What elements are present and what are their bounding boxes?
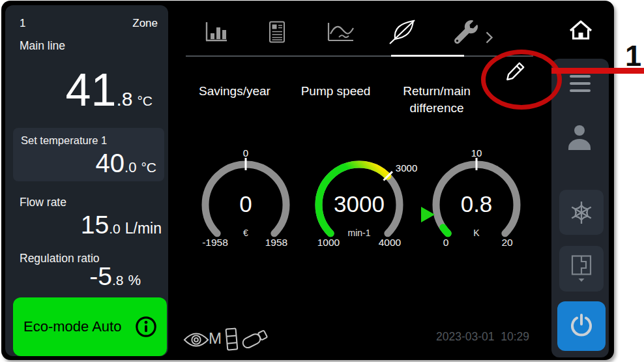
bar-chart-icon (204, 20, 229, 44)
zone-panel: 1 Zone Main line 41.8 °C Set temperature… (5, 5, 168, 356)
svg-text:3000: 3000 (396, 162, 417, 173)
main-line-value: 41.8 °C (66, 67, 153, 113)
svg-text:1000: 1000 (317, 237, 340, 248)
user-icon (565, 124, 594, 151)
regulation-ratio-value: -5.8 % (89, 264, 141, 289)
svg-text:0: 0 (243, 147, 248, 158)
svg-text:10: 10 (471, 147, 482, 158)
svg-text:1958: 1958 (265, 237, 287, 248)
active-tab-underline (391, 55, 464, 57)
sidebar-cooling-button[interactable] (559, 190, 604, 235)
return-diff-gauge: 100.8K020 (418, 143, 535, 256)
main-line-label: Main line (20, 39, 65, 53)
svg-text:0: 0 (239, 191, 252, 217)
tabs-more-button[interactable] (482, 25, 495, 50)
set-temperature-card[interactable]: Set temperature 1 40.0 °C (13, 128, 164, 181)
page-background: 1 Zone Main line 41.8 °C Set temperature… (0, 0, 644, 362)
home-icon (569, 20, 593, 40)
edit-button[interactable] (504, 60, 527, 83)
gauge-title-return-diff: Return/main difference (388, 83, 486, 116)
gauge-title-pump-speed: Pump speed (287, 83, 385, 100)
svg-text:0: 0 (443, 237, 449, 248)
gauge-title-savings: Savings/year (186, 83, 284, 100)
document-icon (269, 21, 286, 44)
status-datetime: 2023-03-01 10:29 (424, 330, 529, 344)
sidebar-user-button[interactable] (565, 124, 594, 153)
tab-statistics[interactable] (201, 20, 231, 44)
pencil-icon (505, 60, 527, 82)
usb-icon (240, 326, 271, 351)
svg-text:K: K (473, 228, 480, 238)
eye-icon (183, 331, 209, 349)
tab-settings[interactable] (451, 20, 481, 44)
set-temperature-label: Set temperature 1 (21, 134, 107, 147)
zones-icon (570, 255, 593, 282)
sidebar-zones-button[interactable] (559, 246, 604, 292)
menu-icon (568, 75, 592, 92)
savings-gauge: 00€-19581958 (187, 143, 304, 256)
eco-mode-button[interactable]: Eco-mode Auto (13, 297, 167, 356)
regulation-ratio-label: Regulation ratio (20, 252, 100, 265)
info-icon[interactable] (134, 315, 158, 339)
sidebar-home-button[interactable] (553, 4, 608, 56)
svg-text:20: 20 (501, 237, 513, 248)
eco-mode-label: Eco-mode Auto (23, 318, 121, 335)
tab-divider (186, 55, 533, 57)
module-icon (224, 327, 240, 353)
zone-header: 1 Zone (20, 17, 158, 30)
svg-text:€: € (243, 228, 248, 238)
chevron-right-icon (485, 31, 493, 44)
leaf-icon (387, 18, 417, 46)
zone-title: Zone (132, 17, 158, 30)
green-arrow-indicator (421, 207, 435, 222)
power-icon (568, 313, 594, 339)
trend-icon (327, 22, 355, 42)
sidebar-menu-button[interactable] (568, 73, 592, 98)
flow-rate-label: Flow rate (20, 196, 66, 209)
snowflake-icon (569, 200, 594, 225)
monitor-mode-letter: M (209, 329, 222, 348)
flow-rate-value: 15.0 L/min (81, 212, 162, 237)
zone-number: 1 (20, 17, 25, 30)
svg-text:-1958: -1958 (202, 237, 228, 248)
annotation-number: 1 (625, 39, 641, 73)
sidebar-power-button[interactable] (557, 301, 606, 351)
svg-text:3000: 3000 (334, 191, 385, 217)
tab-eco[interactable] (387, 20, 417, 44)
tab-trends[interactable] (326, 20, 356, 44)
svg-text:0.8: 0.8 (461, 191, 493, 217)
svg-text:4000: 4000 (379, 237, 402, 248)
pump-speed-gauge: 30003000min-110004000 (300, 143, 418, 256)
set-temperature-value: 40.0 °C (96, 150, 156, 176)
tab-report[interactable] (262, 20, 292, 44)
svg-text:min-1: min-1 (347, 228, 370, 238)
wrench-icon (454, 20, 478, 44)
